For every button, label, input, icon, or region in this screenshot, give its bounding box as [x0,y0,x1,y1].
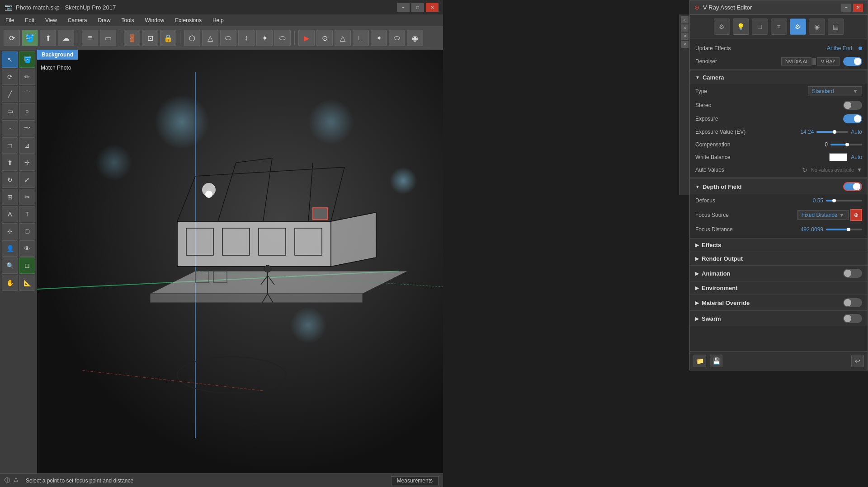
menu-window[interactable]: Window [143,16,166,24]
vray-save-button[interactable]: 💾 [710,355,722,367]
menu-draw[interactable]: Draw [96,16,113,24]
toolbar-vray1[interactable]: ▶ [298,30,315,46]
menu-view[interactable]: View [43,16,59,24]
swarm-toggle[interactable] [843,314,862,323]
maximize-button[interactable]: □ [411,3,424,12]
menu-edit[interactable]: Edit [23,16,36,24]
menu-extensions[interactable]: Extensions [173,16,203,24]
toolbar-window[interactable]: ⊡ [142,30,158,46]
vray-tab-settings[interactable]: ⚙ [714,19,730,35]
tool-walk[interactable]: 👤 [2,240,18,257]
menu-tools[interactable]: Tools [120,16,136,24]
dof-section-header[interactable]: ▼ Depth of Field [690,178,868,194]
menu-camera[interactable]: Camera [66,16,89,24]
toolbar-rect[interactable]: ▭ [100,30,116,46]
vray-close-button[interactable]: ✕ [853,4,863,12]
toolbar-lock[interactable]: 🔒 [160,30,176,46]
toolbar-iso[interactable]: ⬡ [184,30,200,46]
toolbar-lines[interactable]: ≡ [82,30,98,46]
toolbar-pushpull[interactable]: ⬆ [40,30,56,46]
toolbar-cylinder[interactable]: ⬭ [220,30,236,46]
tool-tape2[interactable]: 📐 [19,275,35,291]
vray-tab-geometry[interactable]: ≡ [771,19,787,35]
close-button[interactable]: ✕ [426,3,439,12]
auto-values-refresh-icon[interactable]: ↻ [802,166,807,173]
vray-minimize-button[interactable]: − [841,4,851,12]
tool-pushpull[interactable]: ⬆ [2,155,18,171]
tool-rect[interactable]: ▭ [2,103,18,119]
toolbar-vray4[interactable]: ∟ [353,30,369,46]
animation-toggle[interactable] [843,269,862,278]
stereo-toggle[interactable] [843,101,862,110]
toolbar-star[interactable]: ✦ [256,30,273,46]
tool-orbit[interactable]: ⟳ [2,69,18,85]
tool-lookaround[interactable]: 👁 [19,240,35,257]
edge-btn-4[interactable]: ✕ [681,41,689,48]
environment-section-header[interactable]: ▶ Environment [690,281,868,295]
effects-section-header[interactable]: ▶ Effects [690,238,868,252]
focus-source-select[interactable]: Fixed Distance ▼ [797,210,849,220]
tool-tape[interactable]: ⊿ [19,137,35,154]
tool-move[interactable]: ✛ [19,155,35,171]
tool-scale[interactable]: ⤢ [19,172,35,188]
dof-toggle[interactable] [843,182,862,191]
toolbar-vray6[interactable]: ⬭ [389,30,405,46]
toolbar-vray3[interactable]: △ [335,30,351,46]
focus-source-pick-button[interactable]: ⊕ [850,209,862,221]
tool-select[interactable]: ↖ [2,52,18,68]
tool-line[interactable]: ╱ [2,86,18,102]
menu-help[interactable]: Help [211,16,226,24]
tool-rotate[interactable]: ↻ [2,172,18,188]
tool-arc[interactable]: ⌢ [2,120,18,136]
denoiser-nvidia-tab[interactable]: NVIDIA AI [781,57,811,66]
tool-curve[interactable]: ⌒ [19,86,35,102]
animation-section-header[interactable]: ▶ Animation [690,265,868,281]
toolbar-last[interactable]: ◉ [407,30,423,46]
toolbar-vray2[interactable]: ⊙ [316,30,333,46]
toolbar-cloud[interactable]: ☁ [58,30,74,46]
material-override-toggle[interactable] [843,298,862,307]
denoiser-vray-tab[interactable]: V-RAY [817,57,840,66]
tool-zoom[interactable]: 🔍 [2,258,18,274]
tool-eraser[interactable]: ◻ [2,137,18,154]
tool-freehand[interactable]: 〜 [19,120,35,136]
tool-circle[interactable]: ○ [19,103,35,119]
tool-paint[interactable]: 🪣 [19,52,35,68]
vray-tab-environment[interactable]: ▤ [828,19,844,35]
type-select[interactable]: Standard ▼ [808,86,862,96]
vray-tab-camera[interactable]: ◉ [809,19,825,35]
tool-axes[interactable]: ⊹ [2,223,18,239]
minimize-button[interactable]: − [397,3,410,12]
tool-intersect[interactable]: ✂ [19,189,35,205]
toolbar-paint[interactable]: 🪣 [22,30,38,46]
tool-pencil[interactable]: ✏ [19,69,35,85]
tool-zoomwin[interactable]: ⊡ [19,258,35,274]
edge-btn-2[interactable]: ✕ [681,24,689,32]
white-balance-color[interactable] [829,153,847,161]
toolbar-orbit[interactable]: ⟳ [4,30,20,46]
material-override-section-header[interactable]: ▶ Material Override [690,295,868,310]
toolbar-cone[interactable]: △ [202,30,218,46]
vray-folder-button[interactable]: 📁 [693,355,706,367]
vray-undo-button[interactable]: ↩ [851,355,864,367]
render-output-section-header[interactable]: ▶ Render Output [690,252,868,265]
vray-tab-materials[interactable]: □ [752,19,768,35]
tool-text[interactable]: T [19,206,35,222]
menu-file[interactable]: File [4,16,16,24]
swarm-section-header[interactable]: ▶ Swarm [690,310,868,326]
edge-btn-3[interactable]: ✕ [681,33,689,40]
toolbar-vray5[interactable]: ✦ [371,30,387,46]
edge-btn-1[interactable]: ◁ [681,16,689,23]
vray-tab-render[interactable]: ⚙ [790,19,806,35]
tool-3d[interactable]: ⬡ [19,223,35,239]
camera-section-header[interactable]: ▼ Camera [690,70,868,84]
vray-tab-lights[interactable]: 💡 [733,19,749,35]
tool-offset[interactable]: ⊞ [2,189,18,205]
denoiser-toggle[interactable] [843,57,862,66]
tool-dimension[interactable]: A [2,206,18,222]
toolbar-arrow[interactable]: ↕ [238,30,255,46]
toolbar-door[interactable]: 🚪 [124,30,140,46]
exposure-toggle[interactable] [843,114,862,123]
toolbar-ellipse[interactable]: ⬭ [274,30,291,46]
tool-pan[interactable]: ✋ [2,275,18,291]
